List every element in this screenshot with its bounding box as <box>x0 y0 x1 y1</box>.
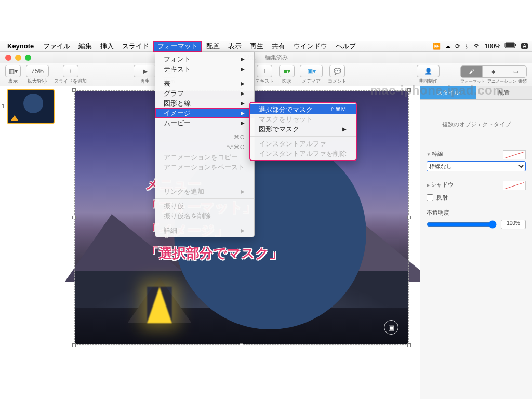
svg-rect-2 <box>515 44 516 46</box>
mi-chart[interactable]: グラフ▶ <box>155 88 254 98</box>
inspector-tab-arrange[interactable]: 配置 <box>476 86 533 100</box>
mi-mask-with-selection[interactable]: 選択部分でマスク⇧⌘M <box>250 104 356 114</box>
border-label: 枠線 <box>432 151 443 157</box>
mi-movie[interactable]: ムービー▶ <box>155 118 254 128</box>
seg-format[interactable]: 🖌 <box>461 66 483 77</box>
mi-furigana-remove: 振り仮名を削除 <box>155 211 254 221</box>
mi-copy-animation: アニメーションをコピー <box>155 152 254 162</box>
seg-document-label: 書類 <box>518 78 527 84</box>
menu-help[interactable]: ヘルプ <box>331 41 360 52</box>
menu-file[interactable]: ファイル <box>39 41 74 52</box>
play-button[interactable]: ▶ <box>134 65 156 77</box>
zoom-label: 拡大/縮小 <box>28 78 48 85</box>
menu-view[interactable]: 表示 <box>224 41 246 52</box>
format-menu-dropdown[interactable]: フォント▶ テキスト▶ 表▶ グラフ▶ 図形と線▶ イメージ▶ ムービー▶ ⌘C… <box>155 52 255 237</box>
app-name[interactable]: Keynote <box>7 42 34 50</box>
opacity-slider[interactable] <box>427 220 497 229</box>
thumb-tent-icon <box>11 115 18 121</box>
comment-button[interactable]: 💬 <box>329 65 345 77</box>
seg-format-label: フォーマット <box>460 78 485 84</box>
mi-add-link: リンクを追加▶ <box>155 187 254 196</box>
window-traffic-lights <box>5 55 31 61</box>
insert-text-button[interactable]: T <box>257 65 272 77</box>
sync-icon[interactable]: ⟳ <box>455 43 460 50</box>
cloud-icon[interactable]: ☁︎ <box>445 43 451 50</box>
menu-play[interactable]: 再生 <box>246 41 268 52</box>
border-style-select[interactable]: 枠線なし <box>427 161 526 171</box>
mi-remove-instant-alpha: インスタントアルファを削除 <box>250 149 356 158</box>
mi-table[interactable]: 表▶ <box>155 78 254 88</box>
minimize-window-button[interactable] <box>15 55 21 61</box>
add-slide-label: スライドを追加 <box>54 78 87 85</box>
menu-share[interactable]: 共有 <box>268 41 289 52</box>
battery-percent: 100% <box>485 43 501 50</box>
mi-reset-mask: マスクをリセット <box>250 114 356 124</box>
border-disclosure[interactable]: 枠線 <box>427 150 526 158</box>
thumb-circle-icon <box>23 94 43 113</box>
mi-copy-style: ⌘C <box>155 132 254 142</box>
mi-font[interactable]: フォント▶ <box>155 54 254 64</box>
view-label: 表示 <box>8 78 18 85</box>
insert-text-label: テキスト <box>255 78 274 85</box>
reflection-checkbox[interactable] <box>427 194 433 201</box>
macos-menubar: Keynote ファイル 編集 挿入 スライド フォーマット 配置 表示 再生 … <box>0 41 532 52</box>
mi-image[interactable]: イメージ▶ <box>155 108 254 118</box>
mi-advanced: 詳細▶ <box>155 225 254 235</box>
battery-icon[interactable] <box>504 42 517 50</box>
seg-animate-label: アニメーション <box>487 78 516 84</box>
input-source-icon[interactable]: A <box>521 43 528 49</box>
image-submenu[interactable]: 選択部分でマスク⇧⌘M マスクをリセット 図形でマスク▶ インスタントアルファ … <box>249 102 357 161</box>
zoom-window-button[interactable] <box>25 55 31 61</box>
collaborate-button[interactable]: 👤 <box>417 65 440 77</box>
view-button[interactable]: ▥▾ <box>5 65 21 77</box>
opacity-value[interactable]: 100% <box>501 220 526 229</box>
zoom-button[interactable]: 75% <box>26 65 49 77</box>
inspector-multi-object-label: 複数のオブジェクトタイプ <box>427 105 526 144</box>
menu-arrange[interactable]: 配置 <box>202 41 224 52</box>
mi-instant-alpha: インスタントアルファ <box>250 139 356 149</box>
menu-slide[interactable]: スライド <box>118 41 153 52</box>
slide-thumbnail-1[interactable] <box>7 89 55 124</box>
insert-shape-button[interactable]: ■▾ <box>279 65 295 77</box>
border-swatch[interactable] <box>503 150 526 159</box>
menu-insert[interactable]: 挿入 <box>96 41 118 52</box>
tent-light-graphic <box>147 287 172 323</box>
menu-format[interactable]: フォーマット <box>153 41 202 52</box>
inspector-mode-segmented[interactable]: 🖌 ◆ ▭ <box>460 65 527 78</box>
insert-shape-label: 図形 <box>282 78 291 85</box>
inspector-tab-style[interactable]: スタイル <box>420 86 476 100</box>
keynote-toolbar: ▥▾ 表示 75% 拡大/縮小 ＋ スライドを追加 ▶ 再生 ⦿ Keyn T … <box>0 63 532 86</box>
shadow-swatch[interactable] <box>503 181 526 190</box>
menu-edit[interactable]: 編集 <box>74 41 96 52</box>
slide-navigator[interactable] <box>0 86 57 399</box>
reflection-label: 反射 <box>436 194 448 202</box>
add-slide-button[interactable]: ＋ <box>63 65 78 77</box>
bluetooth-icon[interactable]: ᛒ <box>464 43 468 50</box>
insert-media-button[interactable]: ▣▾ <box>300 65 323 77</box>
window-titlebar: 設定 — 編集済み <box>0 52 532 63</box>
mi-paste-animation: アニメーションをペースト <box>155 162 254 172</box>
svg-rect-1 <box>506 43 514 47</box>
mi-text[interactable]: テキスト▶ <box>155 64 254 74</box>
shadow-disclosure[interactable]: シャドウ <box>427 181 526 189</box>
image-badge-icon[interactable]: ▣ <box>384 320 398 335</box>
play-label: 再生 <box>140 78 150 85</box>
menubar-status-area: ⏩ ☁︎ ⟳ ᛒ 100% A <box>433 42 528 50</box>
fastforward-icon[interactable]: ⏩ <box>433 43 441 50</box>
comment-label: コメント <box>328 78 347 85</box>
brush-icon: 🖌 <box>469 69 474 74</box>
whitespace-above <box>0 0 532 41</box>
insert-media-label: メディア <box>302 78 321 85</box>
mi-mask-with-shape[interactable]: 図形でマスク▶ <box>250 124 356 134</box>
shadow-label: シャドウ <box>431 181 454 188</box>
wifi-icon[interactable] <box>472 42 481 50</box>
menu-window[interactable]: ウインドウ <box>289 41 331 52</box>
mi-paste-style: ⌥⌘C <box>155 142 254 152</box>
seg-animate[interactable]: ◆ <box>483 66 504 77</box>
seg-document[interactable]: ▭ <box>504 66 526 77</box>
mi-furigana: 振り仮 <box>155 201 254 211</box>
mi-shapes-lines[interactable]: 図形と線▶ <box>155 98 254 108</box>
format-inspector: スタイル 配置 複数のオブジェクトタイプ 枠線 枠線なし シャドウ 反射 <box>420 86 532 399</box>
mi-cond <box>155 172 254 182</box>
close-window-button[interactable] <box>5 55 11 61</box>
